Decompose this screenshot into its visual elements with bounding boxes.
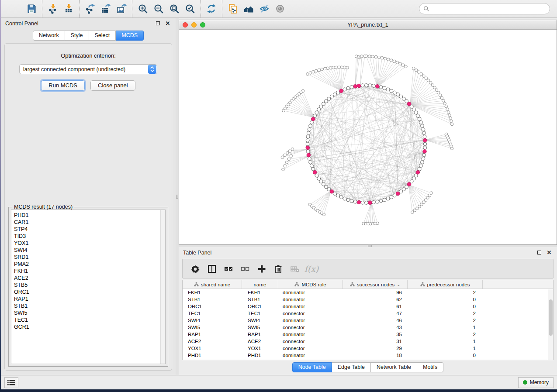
mcds-result-item[interactable]: TID3 <box>14 233 160 240</box>
mcds-list-scrollbar[interactable] <box>160 210 165 364</box>
vertical-splitter[interactable] <box>176 18 179 375</box>
panel-layout-button[interactable] <box>204 261 220 277</box>
export-image-button[interactable] <box>114 2 129 16</box>
mcds-result-item[interactable]: SWI4 <box>14 247 160 254</box>
table-cell: connector <box>278 325 343 330</box>
column-settings-button[interactable] <box>187 261 204 277</box>
network-window-titlebar[interactable]: YPA_prune.txt_1 <box>179 20 557 30</box>
tab-edge-table[interactable]: Edge Table <box>332 362 371 372</box>
mcds-result-item[interactable]: STB5 <box>14 282 160 289</box>
mcds-result-item[interactable]: SWI5 <box>14 309 160 316</box>
mcds-result-item[interactable]: STP4 <box>14 226 160 233</box>
tab-mcds[interactable]: MCDS <box>116 31 144 41</box>
zoom-fit-button[interactable] <box>166 2 182 16</box>
mcds-result-item[interactable]: ACE2 <box>14 275 160 282</box>
mcds-result-item[interactable]: GCR1 <box>14 323 160 330</box>
table-row[interactable]: STB1STB1dominator620 <box>183 296 553 303</box>
table-cell: 46 <box>343 318 408 323</box>
criterion-dropdown[interactable]: largest connected component (undirected) <box>19 64 157 74</box>
import-table-button[interactable] <box>61 2 76 16</box>
table-cell: PHD1 <box>242 353 278 358</box>
table-row[interactable]: PHD1PHD1dominator180 <box>183 352 553 359</box>
search-input[interactable] <box>432 6 546 12</box>
mcds-result-item[interactable]: RAP1 <box>14 296 160 303</box>
float-table-panel-icon[interactable] <box>536 249 543 256</box>
network-graph[interactable] <box>179 30 557 244</box>
select-all-button[interactable] <box>220 261 237 277</box>
import-network-button[interactable] <box>45 2 61 16</box>
close-panel-icon[interactable]: ✕ <box>164 20 171 27</box>
tab-select[interactable]: Select <box>89 31 116 41</box>
network-canvas[interactable] <box>179 30 557 244</box>
export-table-button[interactable] <box>98 2 114 16</box>
float-panel-icon[interactable] <box>154 20 161 27</box>
horizontal-splitter[interactable] <box>179 245 557 247</box>
table-cell: dominator <box>278 318 343 323</box>
new-network-from-selection-button[interactable] <box>225 2 241 16</box>
task-history-button[interactable] <box>4 377 18 388</box>
deselect-all-button[interactable] <box>237 261 253 277</box>
mcds-result-item[interactable]: ORC1 <box>14 289 160 296</box>
close-table-panel-icon[interactable]: ✕ <box>546 249 553 256</box>
close-panel-button[interactable]: Close panel <box>90 80 135 91</box>
refresh-button[interactable] <box>204 2 219 16</box>
export-network-button[interactable] <box>82 2 98 16</box>
delete-column-button[interactable] <box>270 261 287 277</box>
mcds-result-item[interactable]: CAR1 <box>14 219 160 226</box>
open-file-button[interactable] <box>8 2 24 16</box>
mcds-result-item[interactable]: PMA2 <box>14 261 160 268</box>
run-mcds-button[interactable]: Run MCDS <box>41 80 85 91</box>
column-header-successor-nodes[interactable]: successor nodes ⌄ <box>343 280 408 289</box>
zoom-in-button[interactable] <box>135 2 151 16</box>
tab-network[interactable]: Network <box>33 31 65 41</box>
delete-table-button[interactable] <box>287 261 303 277</box>
mcds-result-item[interactable]: TEC1 <box>14 316 160 323</box>
tab-motifs[interactable]: Motifs <box>417 362 443 372</box>
table-row[interactable]: SWI5SWI5connector431 <box>183 324 553 331</box>
table-toolbar: f(x) <box>182 259 554 279</box>
save-session-button[interactable] <box>24 2 39 16</box>
table-cell: SWI5 <box>183 325 242 330</box>
show-all-button[interactable] <box>272 2 288 16</box>
function-builder-button[interactable]: f(x) <box>303 261 320 277</box>
column-header-predecessor-nodes[interactable]: predecessor nodes <box>408 280 483 289</box>
table-row[interactable]: YOX1YOX1connector291 <box>183 345 553 352</box>
window-minimize-icon[interactable] <box>191 22 197 28</box>
mcds-result-item[interactable]: FKH1 <box>14 268 160 275</box>
memory-button[interactable]: Memory <box>518 377 554 388</box>
search-icon <box>423 6 429 12</box>
zoom-selected-button[interactable] <box>182 2 198 16</box>
table-row[interactable]: TEC1TEC1connector472 <box>183 310 553 317</box>
column-header-shared-name[interactable]: shared name <box>183 280 242 289</box>
first-neighbors-button[interactable] <box>241 2 256 16</box>
window-close-icon[interactable] <box>183 22 188 28</box>
table-row[interactable]: FKH1FKH1dominator962 <box>183 289 553 296</box>
table-cell: 1 <box>408 325 483 330</box>
tab-network-table[interactable]: Network Table <box>371 362 417 372</box>
table-cell: 43 <box>343 325 408 330</box>
table-scrollbar[interactable] <box>548 289 553 360</box>
search-box[interactable] <box>419 3 550 14</box>
mcds-result-item[interactable]: SRD1 <box>14 254 160 261</box>
table-cell: SWI4 <box>183 318 242 323</box>
mcds-result-item[interactable]: YOX1 <box>14 240 160 247</box>
mcds-result-item[interactable]: STB1 <box>14 303 160 309</box>
mcds-result-group: MCDS result (17 nodes) PHD1CAR1STP4TID3Y… <box>8 207 168 367</box>
table-row[interactable]: ACE2ACE2connector311 <box>183 338 553 345</box>
tab-node-table[interactable]: Node Table <box>292 362 332 372</box>
column-header-name[interactable]: name <box>242 280 278 289</box>
table-scrollbar-thumb[interactable] <box>549 299 553 336</box>
hide-selected-button[interactable] <box>256 2 272 16</box>
mcds-result-list[interactable]: PHD1CAR1STP4TID3YOX1SWI4SRD1PMA2FKH1ACE2… <box>11 210 166 364</box>
node-table-body[interactable]: FKH1FKH1dominator962STB1STB1dominator620… <box>183 289 553 360</box>
column-header-mcds-role[interactable]: MCDS role <box>278 280 343 289</box>
table-row[interactable]: ORC1ORC1dominator610 <box>183 303 553 310</box>
table-cell: 62 <box>343 297 408 302</box>
mcds-result-item[interactable]: PHD1 <box>14 212 160 219</box>
add-column-button[interactable] <box>253 261 270 277</box>
window-maximize-icon[interactable] <box>200 22 205 28</box>
zoom-out-button[interactable] <box>151 2 166 16</box>
tab-style[interactable]: Style <box>65 31 89 41</box>
table-row[interactable]: RAP1RAP1dominator352 <box>183 331 553 338</box>
table-row[interactable]: SWI4SWI4dominator462 <box>183 317 553 324</box>
